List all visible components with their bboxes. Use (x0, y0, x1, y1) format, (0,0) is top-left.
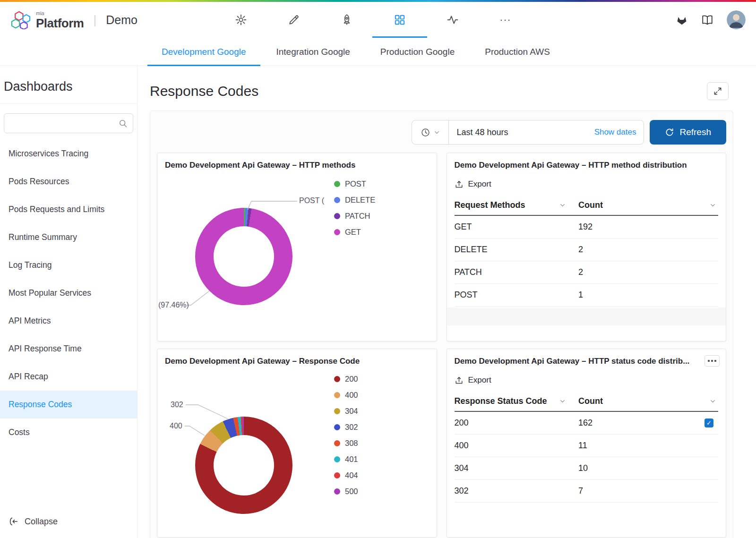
table-row: 200162✓ (455, 411, 719, 435)
legend-item-500[interactable]: 500 (334, 487, 358, 496)
logo-mia-text: mia (36, 11, 84, 16)
row-checkbox[interactable]: ✓ (704, 418, 713, 427)
legend-item-404[interactable]: 404 (334, 471, 358, 480)
refresh-button[interactable]: Refresh (650, 120, 726, 145)
monitoring-nav-button[interactable] (438, 2, 467, 38)
pulse-icon (447, 14, 459, 26)
search-input[interactable] (4, 113, 133, 133)
dashboards-nav-button[interactable] (386, 2, 414, 38)
sort-chevron-icon[interactable] (559, 202, 566, 209)
legend-dot (334, 392, 340, 398)
column-header: Response Status Code (455, 396, 547, 406)
mia-platform-logo[interactable]: mia Platform (10, 10, 84, 29)
table-cell: DELETE (455, 239, 578, 261)
sidebar-item-microservices-tracing[interactable]: Microservices Tracing (0, 140, 137, 168)
tab-development-google[interactable]: Development Google (160, 38, 248, 66)
sidebar-item-pods-requests-and-limits[interactable]: Pods Requests and Limits (0, 196, 137, 223)
legend-item-401[interactable]: 401 (334, 455, 358, 464)
legend-dot (334, 488, 340, 495)
dashboard-list: Microservices TracingPods ResourcesPods … (0, 140, 137, 446)
sidebar-item-log-tracing[interactable]: Log Tracing (0, 251, 137, 279)
table-row: PATCH2 (455, 261, 719, 284)
legend-label: 404 (345, 471, 358, 480)
legend-item-delete[interactable]: DELETE (334, 196, 375, 205)
page-title: Response Codes (150, 83, 258, 99)
deploy-nav-button[interactable] (333, 2, 361, 38)
legend-item-post[interactable]: POST (334, 179, 375, 188)
environment-tabs: Development Google Integration Google Pr… (0, 38, 756, 66)
show-dates-link[interactable]: Show dates (594, 128, 636, 137)
sidebar-item-runtime-summary[interactable]: Runtime Summary (0, 223, 137, 251)
fullscreen-button[interactable] (707, 82, 729, 100)
card-title: Demo Development Api Gateway – HTTP stat… (455, 357, 719, 366)
sort-chevron-icon[interactable] (709, 202, 716, 209)
status-code-distribution-table: Response Status Code Count 200162✓400113… (455, 391, 719, 503)
table-cell: 162✓ (578, 411, 718, 435)
legend-item-400[interactable]: 400 (334, 391, 358, 400)
design-nav-button[interactable] (280, 2, 308, 38)
grid-squares-icon (394, 14, 406, 26)
legend-dot (334, 229, 340, 235)
sidebar-item-api-response-time[interactable]: API Response Time (0, 335, 137, 363)
legend-label: 401 (345, 455, 358, 464)
time-range-value[interactable]: Last 48 hours Show dates (449, 120, 644, 144)
table-row: 3027 (455, 480, 719, 503)
tab-production-google[interactable]: Production Google (378, 38, 456, 66)
gitlab-icon[interactable] (676, 14, 688, 26)
top-navigation: ... (227, 2, 520, 38)
dashboard-panel: Last 48 hours Show dates Refresh Demo De… (150, 111, 733, 538)
legend-item-308[interactable]: 308 (334, 439, 358, 448)
sidebar-item-costs[interactable]: Costs (0, 418, 137, 446)
docs-book-icon[interactable] (701, 14, 713, 26)
column-header: Request Methods (455, 200, 525, 210)
table-cell: 192 (578, 215, 718, 239)
legend-item-304[interactable]: 304 (334, 407, 358, 416)
sidebar-item-api-metrics[interactable]: API Metrics (0, 307, 137, 335)
donut-chart[interactable] (195, 417, 292, 514)
export-button[interactable]: Export (455, 179, 491, 189)
sort-chevron-icon[interactable] (559, 398, 566, 405)
header-divider: | (93, 13, 96, 27)
collapse-icon (9, 516, 19, 527)
collapse-sidebar-button[interactable]: Collapse (9, 516, 58, 527)
legend-dot (334, 408, 340, 414)
collapse-label: Collapse (25, 517, 58, 527)
table-row: DELETE2 (455, 239, 719, 261)
card-menu-button[interactable] (704, 355, 720, 367)
range-label: Last 48 hours (456, 128, 508, 137)
sort-chevron-icon[interactable] (709, 398, 716, 405)
legend-dot (334, 376, 340, 382)
more-nav-button[interactable]: ... (491, 2, 520, 38)
table-cell: 1 (578, 284, 718, 307)
tab-production-aws[interactable]: Production AWS (483, 38, 552, 66)
sidebar-item-most-popular-services[interactable]: Most Popular Services (0, 279, 137, 307)
legend-dot (334, 472, 340, 478)
legend-item-302[interactable]: 302 (334, 423, 358, 432)
sidebar-item-api-recap[interactable]: API Recap (0, 363, 137, 391)
pencil-icon (288, 14, 300, 26)
avatar-image (727, 10, 746, 29)
legend-label: 304 (345, 407, 358, 416)
table-cell: 2 (578, 239, 718, 261)
time-range-type-dropdown[interactable] (412, 120, 449, 144)
export-button[interactable]: Export (455, 376, 491, 385)
user-avatar[interactable] (727, 10, 746, 29)
legend-label: GET (345, 228, 361, 237)
legend-item-patch[interactable]: PATCH (334, 212, 375, 221)
legend-label: 400 (345, 391, 358, 400)
search-icon (118, 119, 128, 128)
sidebar-item-response-codes[interactable]: Response Codes (0, 391, 137, 418)
time-range-control: Last 48 hours Show dates (412, 120, 644, 145)
method-distribution-table: Request Methods Count GET192DELETE2PATCH… (455, 195, 719, 307)
table-row: GET192 (455, 215, 719, 239)
clock-icon (421, 128, 430, 137)
settings-nav-button[interactable] (227, 2, 255, 38)
card-title: Demo Development Api Gateway – HTTP meth… (165, 161, 429, 170)
tab-integration-google[interactable]: Integration Google (275, 38, 352, 66)
export-upload-icon (455, 180, 464, 189)
sidebar-item-pods-resources[interactable]: Pods Resources (0, 168, 137, 196)
gear-icon (235, 14, 247, 26)
donut-chart[interactable] (195, 208, 292, 305)
legend-item-200[interactable]: 200 (334, 375, 358, 384)
legend-item-get[interactable]: GET (334, 228, 375, 237)
